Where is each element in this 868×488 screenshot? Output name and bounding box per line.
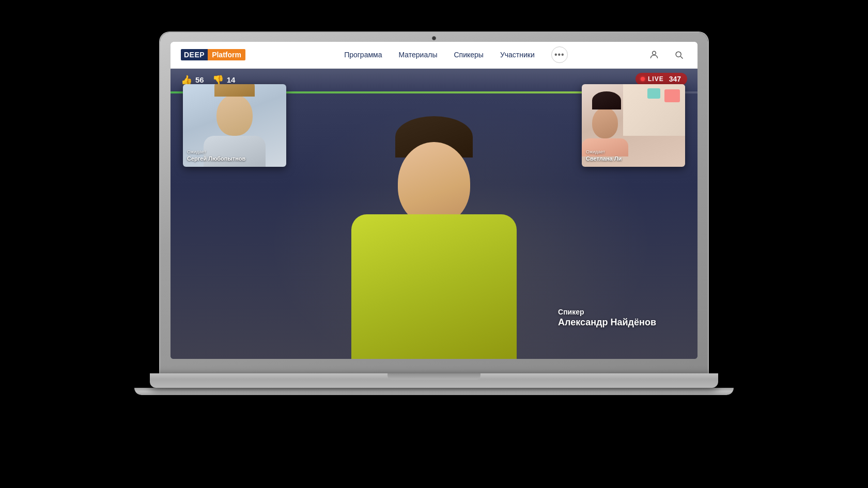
nav-links: Программа Материалы Спикеры Участники ••…: [266, 46, 646, 63]
laptop-base-bottom: [134, 388, 734, 395]
speaker-head: [398, 142, 470, 225]
thumbnail-right-name: Светлана Ли: [586, 155, 622, 162]
dislike-count: 14: [227, 75, 236, 84]
live-badge: LIVE 347: [636, 73, 687, 85]
thumbnail-left[interactable]: Ожидает Сергей Любопытнов: [183, 84, 286, 167]
thumbnail-right-person: [592, 89, 628, 156]
desk-shadow: [124, 396, 744, 417]
video-area: 👍 56 👎 14 L: [171, 69, 698, 359]
speaker-body: [351, 214, 517, 359]
laptop-mockup: DEEP Platform Программа Материалы Спикер…: [150, 33, 718, 456]
search-icon[interactable]: [671, 46, 687, 63]
thumb-left-hair: [214, 84, 255, 97]
nav-program[interactable]: Программа: [344, 51, 382, 59]
thumbnail-left-label: Ожидает Сергей Любопытнов: [187, 149, 245, 163]
logo-platform-text: Platform: [208, 49, 245, 60]
nav-speakers[interactable]: Спикеры: [454, 51, 483, 59]
screen-content: DEEP Platform Программа Материалы Спикер…: [171, 42, 698, 359]
main-speaker-figure: [326, 69, 542, 359]
thumb-right-head: [592, 107, 618, 138]
screen-bezel: DEEP Platform Программа Материалы Спикер…: [171, 42, 698, 359]
thumbnail-left-waiting-text: Ожидает: [187, 149, 245, 155]
viewer-count: 347: [669, 75, 681, 83]
thumbnail-right[interactable]: Ожидает Светлана Ли: [582, 84, 685, 167]
nav-more-button[interactable]: •••: [551, 46, 568, 63]
webcam-icon: [432, 36, 436, 40]
thumb-right-hair: [592, 91, 621, 109]
live-indicator-dot: [641, 77, 645, 81]
like-count: 56: [195, 75, 204, 84]
deco-board: [623, 84, 685, 136]
svg-point-0: [653, 51, 656, 55]
navbar: DEEP Platform Программа Материалы Спикер…: [171, 42, 698, 69]
thumbnail-right-inner: Ожидает Светлана Ли: [582, 84, 685, 167]
logo[interactable]: DEEP Platform: [181, 49, 245, 60]
speaker-name-text: Александр Найдёнов: [558, 317, 656, 328]
thumbnail-right-label: Ожидает Светлана Ли: [586, 149, 622, 163]
deco-item-1: [664, 89, 680, 102]
thumbnail-right-waiting-text: Ожидает: [586, 149, 622, 155]
nav-participants[interactable]: Участники: [500, 51, 535, 59]
speaker-role-text: Спикер: [558, 308, 656, 316]
thumb-left-head: [216, 95, 253, 136]
laptop-lid: DEEP Platform Программа Материалы Спикер…: [160, 33, 708, 373]
thumbnail-left-inner: Ожидает Сергей Любопытнов: [183, 84, 286, 167]
svg-line-2: [680, 56, 683, 58]
nav-materials[interactable]: Материалы: [398, 51, 437, 59]
speaker-label: Спикер Александр Найдёнов: [558, 308, 656, 328]
logo-deep-text: DEEP: [181, 49, 208, 60]
live-label: LIVE: [648, 75, 664, 83]
thumbnail-left-name: Сергей Любопытнов: [187, 155, 245, 162]
nav-icon-group: [646, 46, 687, 63]
laptop-base: [150, 373, 718, 388]
svg-point-1: [676, 52, 681, 57]
user-icon[interactable]: [646, 46, 662, 63]
deco-item-2: [647, 88, 660, 99]
